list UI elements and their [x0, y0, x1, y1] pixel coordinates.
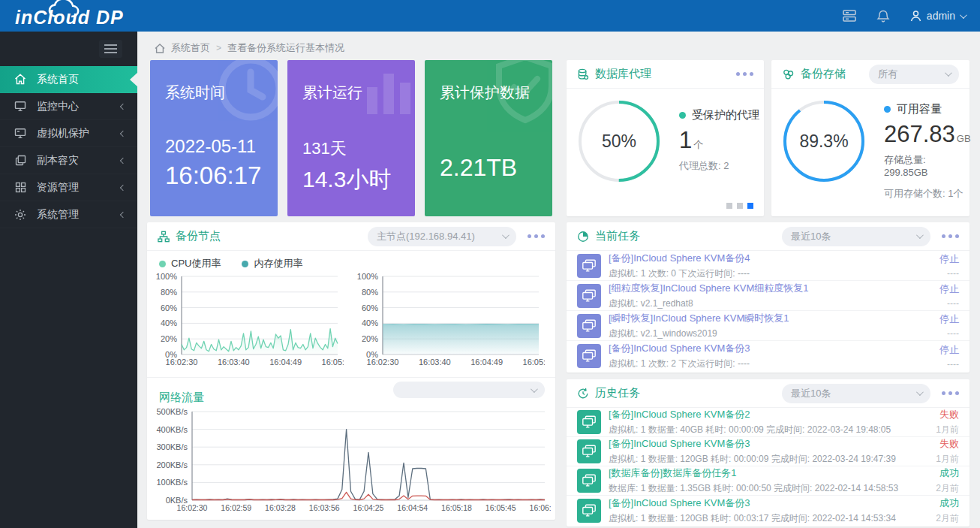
chevron-left-icon	[120, 184, 126, 190]
available-capacity: 267.83	[884, 121, 955, 147]
card-value-hours: 14.3小时	[302, 164, 400, 195]
task-title-link[interactable]: [备份]InCloud Sphere KVM备份3	[609, 496, 928, 510]
backup-storage-header: 备份存储 所有	[771, 60, 969, 89]
storage-filter-value: 所有	[878, 68, 897, 81]
svg-text:16:04:54: 16:04:54	[397, 503, 428, 512]
task-info: [备份]InCloud Sphere KVM备份4虚拟机: 1 次数: 0 下次…	[609, 252, 932, 280]
legend-dot	[679, 112, 686, 119]
server-list-icon[interactable]	[842, 9, 857, 23]
card-title: 系统时间	[165, 83, 263, 103]
task-status-link[interactable]: 失败	[936, 437, 959, 451]
task-status-link[interactable]: 成功	[936, 496, 959, 510]
task-subtitle: 虚拟机: 1 次数: 0 下次运行时间: ----	[609, 267, 932, 280]
tasks-icon	[577, 231, 589, 243]
legend-label: 可用容量	[897, 102, 942, 116]
storage-filter-select[interactable]: 所有	[869, 65, 959, 84]
svg-text:500KB/s: 500KB/s	[156, 407, 188, 416]
card-value-date: 2022-05-11	[165, 136, 263, 157]
sidebar-item-monitor[interactable]: 监控中心	[0, 93, 137, 120]
chevron-left-icon	[120, 157, 126, 163]
sidebar-item-label: 副本容灾	[37, 154, 121, 167]
svg-text:80%: 80%	[161, 288, 177, 297]
sidebar-item-replica[interactable]: 副本容灾	[0, 147, 137, 174]
legend-dot	[242, 261, 248, 267]
task-subtitle: 虚拟机: 1 数据量: 120GB 耗时: 00:00:09 完成时间: 202…	[609, 453, 928, 466]
history-tasks-filter-select[interactable]: 最近10条	[782, 384, 930, 403]
svg-text:100%: 100%	[156, 272, 177, 281]
svg-text:16:02:30: 16:02:30	[367, 358, 399, 367]
card-value-time: 16:06:17	[165, 161, 263, 190]
task-status-link[interactable]: 停止	[939, 343, 959, 357]
task-status-block: 停止----	[939, 252, 959, 279]
sidebar-item-label: 监控中心	[37, 100, 121, 113]
storage-legend: 可用容量 267.83GB 存储总量: 299.85GB 可用存储个数: 1个	[884, 102, 971, 201]
svg-text:60%: 60%	[161, 303, 177, 312]
pager-dot[interactable]	[737, 203, 743, 209]
task-title-link[interactable]: [细粒度恢复]InCloud Sphere KVM细粒度恢复1	[609, 282, 932, 295]
node-more-menu[interactable]	[528, 234, 545, 238]
task-status-link[interactable]: 停止	[939, 282, 959, 296]
card-value-data: 2.21TB	[440, 154, 537, 182]
db-agent-more-menu[interactable]	[736, 72, 753, 76]
svg-text:300KB/s: 300KB/s	[156, 442, 188, 451]
network-range-select[interactable]	[393, 382, 545, 398]
task-title-link[interactable]: [备份]InCloud Sphere KVM备份4	[609, 252, 932, 265]
resource-icon	[14, 182, 27, 193]
current-tasks-more-menu[interactable]	[942, 234, 959, 238]
home-icon	[155, 44, 165, 53]
task-status-link[interactable]: 停止	[939, 252, 959, 266]
current-tasks-filter-select[interactable]: 最近10条	[782, 227, 930, 246]
sidebar-item-resource[interactable]: 资源管理	[0, 174, 137, 201]
svg-text:40%: 40%	[362, 318, 378, 327]
history-tasks-filter-value: 最近10条	[791, 387, 831, 400]
task-title-link[interactable]: [备份]InCloud Sphere KVM备份2	[609, 408, 928, 421]
task-status-link[interactable]: 成功	[936, 466, 959, 480]
legend-item[interactable]: 内存使用率	[242, 257, 302, 270]
system-time-card: 系统时间 2022-05-11 16:06:17	[150, 60, 278, 216]
svg-text:16:05:52: 16:05:52	[322, 358, 344, 367]
pager-dot[interactable]	[726, 203, 732, 209]
home-icon	[14, 74, 27, 85]
notifications-bell-icon[interactable]	[876, 9, 890, 23]
task-row: [数据库备份]数据库备份任务1数据库: 1 数据量: 1.35GB 耗时: 00…	[567, 466, 969, 496]
history-tasks-panel: 历史任务 最近10条 [备份]InCloud Sphere KVM备份2虚拟机:…	[567, 379, 969, 526]
task-row: [备份]InCloud Sphere KVM备份4虚拟机: 1 次数: 0 下次…	[567, 251, 969, 281]
divider	[147, 377, 555, 378]
task-row: [瞬时恢复]InCloud Sphere KVM瞬时恢复1虚拟机: v2.1_w…	[567, 311, 969, 341]
vm-task-icon	[577, 284, 601, 308]
db-agent-panel: 数据库代理 50% 受保护的代理 1个 代理总数: 2	[567, 60, 764, 216]
svg-text:16:03:56: 16:03:56	[309, 503, 340, 512]
count-unit: 个	[693, 139, 703, 150]
sidebar-item-home[interactable]: 系统首页	[0, 66, 137, 93]
pager-dot-active[interactable]	[747, 203, 753, 209]
legend-dot	[884, 106, 891, 113]
task-title-link[interactable]: [数据库备份]数据库备份任务1	[609, 466, 928, 480]
svg-text:16:05:52: 16:05:52	[523, 358, 545, 367]
chevron-down-icon	[916, 388, 924, 396]
task-status-link[interactable]: 失败	[936, 408, 959, 421]
sidebar-item-vm[interactable]: 虚拟机保护	[0, 120, 137, 147]
history-task-list: [备份]InCloud Sphere KVM备份2虚拟机: 1 数据量: 40G…	[567, 408, 969, 525]
task-status-link[interactable]: 停止	[939, 312, 959, 326]
backup-node-header: 备份节点 主节点(192.168.94.41)	[147, 222, 555, 251]
task-title-link[interactable]: [瞬时恢复]InCloud Sphere KVM瞬时恢复1	[609, 312, 932, 325]
history-tasks-more-menu[interactable]	[942, 391, 959, 395]
user-menu[interactable]: admin	[909, 10, 965, 23]
panel-title: 备份存储	[801, 67, 846, 81]
task-time: 2月前	[936, 512, 959, 525]
sidebar-item-system[interactable]: 系统管理	[0, 201, 137, 228]
node-select[interactable]: 主节点(192.168.94.41)	[368, 227, 516, 246]
legend-dot	[159, 261, 166, 267]
task-status-block: 停止----	[939, 343, 959, 370]
breadcrumb-home-link[interactable]: 系统首页	[171, 41, 210, 55]
task-time: 1月前	[936, 424, 959, 436]
sidebar-collapse-button[interactable]	[99, 40, 122, 58]
task-info: [细粒度恢复]InCloud Sphere KVM细粒度恢复1虚拟机: v2.1…	[609, 282, 932, 310]
network-traffic-chart: 500KB/s400KB/s300KB/s200KB/s100KB/s0KB/s…	[152, 407, 551, 514]
task-title-link[interactable]: [备份]InCloud Sphere KVM备份3	[609, 437, 928, 451]
svg-text:16:05:18: 16:05:18	[441, 503, 472, 512]
current-tasks-panel: 当前任务 最近10条 [备份]InCloud Sphere KVM备份4虚拟机:…	[567, 222, 969, 373]
sidebar-item-label: 虚拟机保护	[37, 127, 121, 140]
task-title-link[interactable]: [备份]InCloud Sphere KVM备份3	[609, 342, 932, 355]
legend-item[interactable]: CPU使用率	[159, 257, 221, 270]
